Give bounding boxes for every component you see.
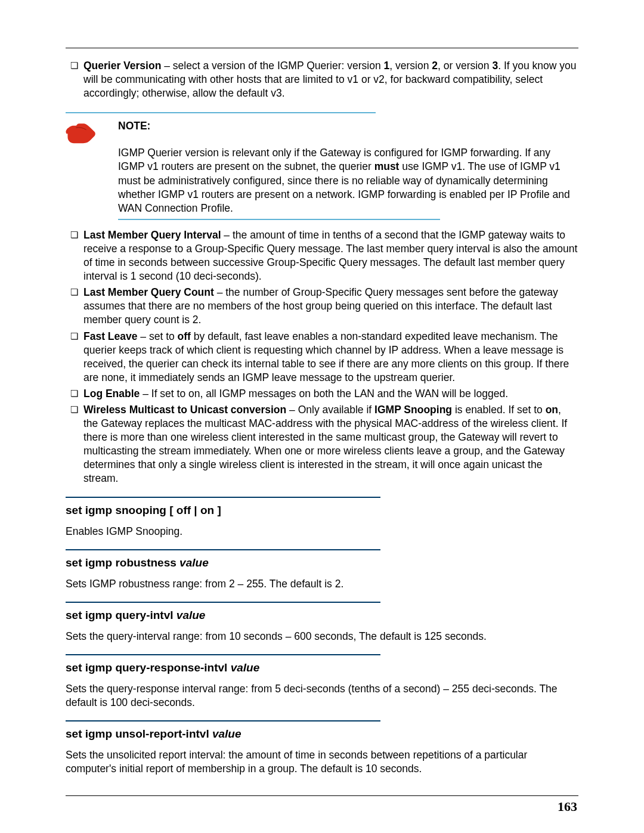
section-divider	[66, 654, 380, 655]
bullet-text: Last Member Query Interval – the amount …	[83, 228, 578, 283]
pointing-hand-icon	[66, 120, 97, 145]
section-igmp-query-intvl: set igmp query-intvl value Sets the quer…	[66, 602, 578, 643]
bullet-icon: ❏	[70, 330, 83, 385]
note-top-rule	[66, 112, 376, 113]
section-description: Sets IGMP robustness range: from 2 – 255…	[66, 577, 578, 591]
section-description: Sets the query-interval range: from 10 s…	[66, 630, 578, 643]
note-icon-column	[66, 119, 118, 215]
bullet-text: Querier Version – select a version of th…	[83, 59, 578, 100]
bottom-horizontal-rule	[66, 795, 578, 796]
top-horizontal-rule	[66, 48, 578, 48]
section-description: Sets the query-response interval range: …	[66, 682, 578, 710]
section-divider	[66, 720, 380, 721]
bullet-list-top: ❏ Querier Version – select a version of …	[70, 59, 578, 100]
section-heading: set igmp query-intvl value	[66, 608, 578, 623]
term-fast-leave: Fast Leave	[83, 330, 137, 342]
term-wireless-multicast-unicast: Wireless Multicast to Unicast conversion	[83, 404, 286, 416]
bullet-text: Wireless Multicast to Unicast conversion…	[83, 403, 578, 486]
page-content: ❏ Querier Version – select a version of …	[66, 48, 578, 780]
bullet-icon: ❏	[70, 403, 83, 486]
bullet-icon: ❏	[70, 286, 83, 327]
section-heading: set igmp query-response-intvl value	[66, 660, 578, 675]
term-last-member-query-interval: Last Member Query Interval	[83, 229, 221, 241]
section-heading: set igmp robustness value	[66, 555, 578, 570]
section-divider	[66, 497, 380, 498]
section-description: Sets the unsolicited report interval: th…	[66, 748, 578, 776]
section-igmp-snooping: set igmp snooping [ off | on ] Enables I…	[66, 497, 578, 538]
note-text: IGMP Querier version is relevant only if…	[118, 146, 578, 215]
bullet-icon: ❏	[70, 59, 83, 100]
bullet-text: Last Member Query Count – the number of …	[83, 286, 578, 327]
bullet-text: Log Enable – If set to on, all IGMP mess…	[83, 387, 578, 401]
bullet-icon: ❏	[70, 228, 83, 283]
section-divider	[66, 602, 380, 603]
section-description: Enables IGMP Snooping.	[66, 525, 578, 538]
section-heading: set igmp snooping [ off | on ]	[66, 503, 578, 518]
term-querier-version: Querier Version	[83, 60, 161, 72]
list-item: ❏ Fast Leave – set to off by default, fa…	[70, 330, 578, 385]
term-last-member-query-count: Last Member Query Count	[83, 286, 214, 298]
note-block: NOTE: IGMP Querier version is relevant o…	[66, 112, 578, 220]
bullet-icon: ❏	[70, 387, 83, 401]
list-item: ❏ Last Member Query Interval – the amoun…	[70, 228, 578, 283]
note-bottom-rule	[118, 219, 440, 220]
list-item: ❏ Wireless Multicast to Unicast conversi…	[70, 403, 578, 486]
note-body: NOTE: IGMP Querier version is relevant o…	[118, 119, 578, 215]
list-item: ❏ Log Enable – If set to on, all IGMP me…	[70, 387, 578, 401]
bullet-text: Fast Leave – set to off by default, fast…	[83, 330, 578, 385]
section-heading: set igmp unsol-report-intvl value	[66, 726, 578, 741]
list-item: ❏ Last Member Query Count – the number o…	[70, 286, 578, 327]
section-igmp-robustness: set igmp robustness value Sets IGMP robu…	[66, 549, 578, 591]
note-heading: NOTE:	[118, 119, 578, 133]
page-number: 163	[558, 798, 577, 815]
bullet-list-middle: ❏ Last Member Query Interval – the amoun…	[70, 228, 578, 486]
section-divider	[66, 549, 380, 550]
section-igmp-query-response-intvl: set igmp query-response-intvl value Sets…	[66, 654, 578, 710]
term-log-enable: Log Enable	[83, 388, 140, 400]
list-item: ❏ Querier Version – select a version of …	[70, 59, 578, 100]
section-igmp-unsol-report-intvl: set igmp unsol-report-intvl value Sets t…	[66, 720, 578, 776]
